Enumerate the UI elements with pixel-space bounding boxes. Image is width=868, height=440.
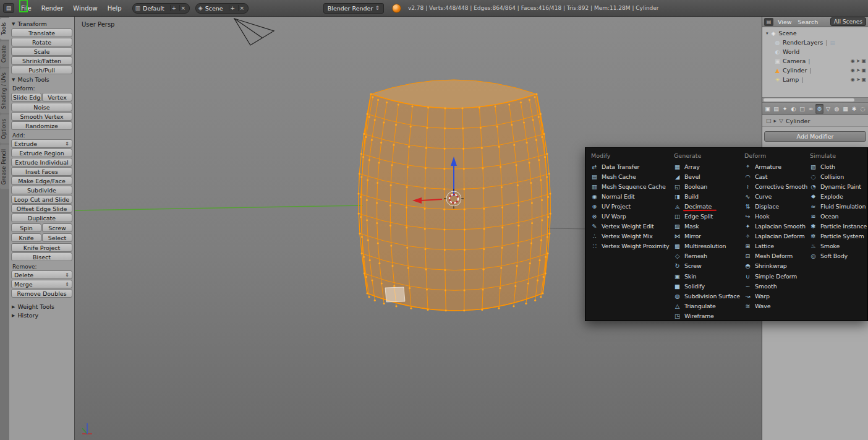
render-engine-select[interactable]: Blender Render ⇕ <box>323 3 384 14</box>
menu-item[interactable]: Render <box>36 2 69 14</box>
modifier-item-vertex-weight-mix[interactable]: ∴ Vertex Weight Mix <box>589 231 670 241</box>
tool-button[interactable]: Extrude Individual <box>11 158 72 166</box>
tool-button[interactable]: Extrude Region <box>11 149 72 157</box>
tool-button-remove-doubles[interactable]: Remove Doubles <box>11 289 72 298</box>
modifier-item-array[interactable]: ▦ Array <box>672 162 740 171</box>
modifier-item-mirror[interactable]: ⋈ Mirror <box>672 231 740 241</box>
visibility-icon[interactable]: ◉ <box>851 77 855 82</box>
tool-button-extrude-dropdown[interactable]: Extrude ⇕ <box>11 139 72 148</box>
panel-header-weight-tools[interactable]: ▶ Weight Tools <box>12 303 72 310</box>
tool-button-knife[interactable]: Knife <box>11 233 41 242</box>
modifier-item-displace[interactable]: ⇅ Displace <box>742 201 806 211</box>
modifier-item-fluid-simulation[interactable]: ≈ Fluid Simulation <box>808 201 865 211</box>
modifier-item-collision[interactable]: ◌ Collision <box>808 171 865 181</box>
modifier-item-multiresolution[interactable]: ▩ Multiresolution <box>672 241 740 251</box>
tool-button[interactable]: Randomize <box>11 121 72 130</box>
modifier-item-vertex-weight-proximity[interactable]: ∷ Vertex Weight Proximity <box>589 241 670 251</box>
menu-item[interactable]: Help <box>103 2 127 14</box>
tool-button[interactable]: Scale <box>11 47 72 56</box>
outliner-search-menu[interactable]: Search <box>796 19 820 25</box>
modifier-item-shrinkwrap[interactable]: ◓ Shrinkwrap <box>742 261 806 271</box>
menu-item[interactable]: Window <box>68 2 102 14</box>
modifier-item-hook[interactable]: ↪ Hook <box>742 211 806 221</box>
selectability-icon[interactable]: ➤ <box>856 67 861 73</box>
visibility-icon[interactable]: ◉ <box>851 58 855 64</box>
props-tab-object-data[interactable]: ▽ <box>824 104 832 114</box>
modifier-item-simple-deform[interactable]: ∪ Simple Deform <box>742 271 806 281</box>
tool-button[interactable]: Make Edge/Face <box>11 176 72 185</box>
modifier-item-particle-system[interactable]: ✲ Particle System <box>808 231 865 241</box>
tool-button[interactable]: Duplicate <box>11 214 72 222</box>
delete-scene-button[interactable]: × <box>238 5 245 11</box>
modifier-item-corrective-smooth[interactable]: ≀ Corrective Smooth <box>742 181 806 191</box>
modifier-item-particle-instance[interactable]: ✱ Particle Instance <box>808 222 865 231</box>
props-tab-render-layers[interactable]: ▤ <box>772 104 780 114</box>
add-modifier-button[interactable]: Add Modifier <box>764 131 866 142</box>
modifier-item-uv-project[interactable]: ⊕ UV Project <box>589 201 670 211</box>
props-tab-render[interactable]: ▣ <box>764 104 772 114</box>
modifier-item-ocean[interactable]: ≋ Ocean <box>808 211 865 221</box>
props-tab-particles[interactable]: ✱ <box>850 104 858 114</box>
cylinder-mesh[interactable] <box>357 80 551 311</box>
modifier-item-uv-warp[interactable]: ⊗ UV Warp <box>589 211 670 221</box>
tool-button-vertex[interactable]: Vertex <box>42 93 72 101</box>
modifier-item-warp[interactable]: ↝ Warp <box>742 291 806 301</box>
outliner-display-filter[interactable]: All Scenes <box>830 17 866 26</box>
panel-header-history[interactable]: ▶ History <box>12 312 72 319</box>
modifier-item-mesh-deform[interactable]: ⊡ Mesh Deform <box>742 251 806 261</box>
add-layout-button[interactable]: + <box>170 5 177 11</box>
modifier-item-skin[interactable]: ▣ Skin <box>672 271 740 281</box>
tool-button[interactable]: Rotate <box>11 38 72 46</box>
modifier-item-smoke[interactable]: ♨ Smoke <box>808 241 865 251</box>
tool-button[interactable]: Smooth Vertex <box>11 112 72 121</box>
modifier-item-soft-body[interactable]: ◎ Soft Body <box>808 251 865 261</box>
modifier-item-lattice[interactable]: ⊞ Lattice <box>742 241 806 251</box>
modifier-item-smooth[interactable]: ∼ Smooth <box>742 281 806 291</box>
modifier-item-laplacian-smooth[interactable]: ✦ Laplacian Smooth <box>742 222 806 231</box>
outliner-row-cylinder[interactable]: ▲ Cylinder | ◉ ➤ ▣ <box>762 66 868 75</box>
outliner-row-scene[interactable]: ▾ ◈ Scene <box>762 28 868 38</box>
outliner-row-camera[interactable]: ▣ Camera | ◉ ➤ ▣ <box>762 56 868 66</box>
shelf-tab-grease-pencil[interactable]: Grease Pencil <box>0 145 9 189</box>
modifier-item-edge-split[interactable]: ◫ Edge Split <box>672 211 740 221</box>
camera-wireframe[interactable] <box>234 19 274 45</box>
tool-button[interactable]: Subdivide <box>11 186 72 194</box>
props-tab-modifiers[interactable]: ⚙ <box>815 104 823 114</box>
tool-button[interactable]: Push/Pull <box>11 66 72 74</box>
modifier-item-laplacian-deform[interactable]: ✧ Laplacian Deform <box>742 231 806 241</box>
scene-selector[interactable]: ◈ Scene + × <box>195 3 249 14</box>
modifier-item-cloth[interactable]: ▧ Cloth <box>808 162 865 171</box>
scrollbar-thumb[interactable] <box>764 98 854 101</box>
panel-header-mesh-tools[interactable]: ▼ Mesh Tools <box>12 76 72 83</box>
visibility-icon[interactable]: ◉ <box>851 67 855 73</box>
tool-button-screw[interactable]: Screw <box>42 223 72 232</box>
props-tab-texture[interactable]: ▦ <box>841 104 849 114</box>
tool-button[interactable]: Inset Faces <box>11 167 72 176</box>
modifier-item-curve[interactable]: ∿ Curve <box>742 191 806 201</box>
outliner-view-menu[interactable]: View <box>776 19 794 25</box>
menu-item[interactable]: File <box>16 2 36 14</box>
modifier-item-normal-edit[interactable]: ◉ Normal Edit <box>589 191 670 201</box>
modifier-item-mask[interactable]: ▨ Mask <box>672 222 740 231</box>
outliner-editor-icon[interactable]: ▤ <box>764 18 773 26</box>
modifier-item-mesh-cache[interactable]: ▤ Mesh Cache <box>589 171 670 181</box>
modifier-item-cast[interactable]: ◠ Cast <box>742 171 806 181</box>
modifier-item-screw[interactable]: ↻ Screw <box>672 261 740 271</box>
renderability-icon[interactable]: ▣ <box>861 58 866 64</box>
modifier-item-explode[interactable]: ✸ Explode <box>808 191 865 201</box>
expander-icon[interactable]: ▾ <box>766 31 768 36</box>
modifier-item-triangulate[interactable]: △ Triangulate <box>672 301 740 311</box>
tool-button-merge-dropdown[interactable]: Merge ⇕ <box>11 280 72 288</box>
modifier-item-bevel[interactable]: ◢ Bevel <box>672 171 740 181</box>
props-tab-physics[interactable]: ◌ <box>859 104 867 114</box>
tool-button[interactable]: Shrink/Fatten <box>11 56 72 65</box>
delete-layout-button[interactable]: × <box>179 5 187 11</box>
modifier-item-decimate[interactable]: ◬ Decimate <box>672 201 740 211</box>
props-tab-world[interactable]: ◐ <box>789 104 798 114</box>
tool-button[interactable]: Loop Cut and Slide <box>11 195 72 204</box>
shelf-tab-create[interactable]: Create <box>0 41 9 67</box>
props-tab-constraints[interactable]: ∞ <box>807 104 815 114</box>
editor-type-icon[interactable]: ▤ <box>3 3 14 13</box>
modifier-item-remesh[interactable]: ◇ Remesh <box>672 251 740 261</box>
modifier-item-boolean[interactable]: ◱ Boolean <box>672 181 740 191</box>
